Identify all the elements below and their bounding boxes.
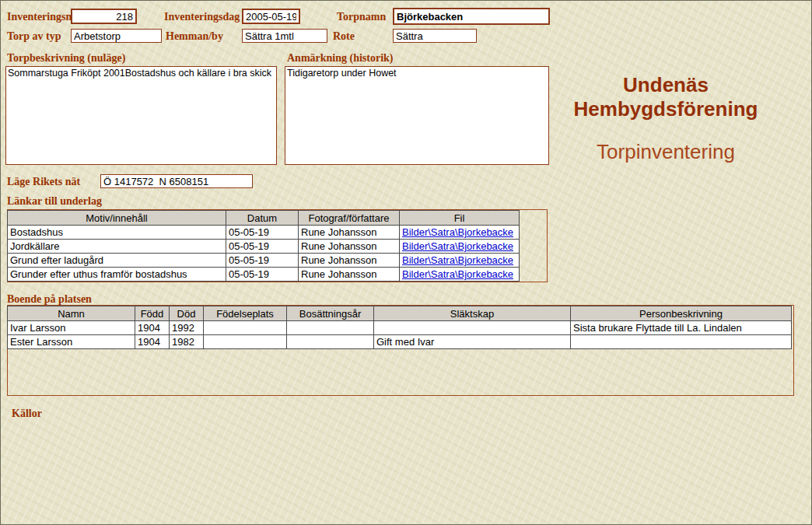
lage-rikets-nat-label: Läge Rikets nät [7,176,80,188]
column-header-motiv: Motiv/innehåll [8,211,226,226]
motiv-cell: Bostadshus [8,226,226,240]
rote-label: Rote [333,30,355,43]
column-header-dod: Död [170,306,204,321]
hemman-by-label: Hemman/by [166,30,223,43]
motiv-cell: Jordkällare [8,240,226,254]
fodd-cell: 1904 [135,321,170,335]
fil-link[interactable]: Bilder\Satra\Bjorkebacke [402,240,513,252]
rote-input[interactable] [393,29,477,43]
bosattningsar-cell [287,321,374,335]
personbeskrivning-cell [571,335,792,349]
fil-link[interactable]: Bilder\Satra\Bjorkebacke [402,268,513,280]
column-header-datum: Datum [226,211,299,226]
namn-cell: Ester Larsson [8,335,135,349]
torpbeskrivning-label: Torpbeskrivning (nuläge) [7,52,125,65]
residents-table-header-row: Namn Född Död Födelseplats Bosättningsår… [8,306,792,321]
title-block: Undenäs Hembygdsförening Torpinventering [545,73,786,164]
table-row: Ivar Larsson 1904 1992 Sista brukare Fly… [8,321,792,335]
dod-cell: 1982 [170,335,204,349]
torp-av-typ-label: Torp av typ [7,30,61,43]
table-row: Grund efter ladugård 05-05-19 Rune Johan… [8,254,520,268]
column-header-fotograf: Fotograf/författare [299,211,400,226]
links-table-header-row: Motiv/innehåll Datum Fotograf/författare… [8,211,520,226]
inventeringsnr-label: Inventeringsnr [7,11,76,23]
inventeringsdag-input[interactable] [242,9,300,24]
kallor-label: Källor [12,408,42,420]
fotograf-cell: Rune Johansson [299,268,400,282]
namn-cell: Ivar Larsson [8,321,135,335]
column-header-personbeskrivning: Personbeskrivning [571,306,792,321]
boende-pa-platsen-label: Boende på platsen [7,293,92,306]
datum-cell: 05-05-19 [226,226,299,240]
table-row: Jordkällare 05-05-19 Rune Johansson Bild… [8,240,520,254]
fotograf-cell: Rune Johansson [299,254,400,268]
column-header-fodelseplats: Födelseplats [204,306,287,321]
personbeskrivning-cell: Sista brukare Flyttade till La. Lindalen [571,321,792,335]
fodd-cell: 1904 [135,335,170,349]
column-header-fil: Fil [400,211,520,226]
links-table: Motiv/innehåll Datum Fotograf/författare… [7,210,520,282]
anmarkning-textarea[interactable]: Tidigaretorp under Howet [285,66,549,165]
fodelseplats-cell [204,335,287,349]
motiv-cell: Grunder efter uthus framför bostadshus [8,268,226,282]
table-row: Bostadshus 05-05-19 Rune Johansson Bilde… [8,226,520,240]
anmarkning-label: Anmärkning (historik) [287,52,394,65]
fil-link[interactable]: Bilder\Satra\Bjorkebacke [402,254,513,266]
torpnamn-input[interactable] [393,8,550,25]
datum-cell: 05-05-19 [226,268,299,282]
inventeringsnr-input[interactable] [71,9,137,24]
inventeringsdag-label: Inventeringsdag [164,11,240,23]
table-row: Ester Larsson 1904 1982 Gift med Ivar [8,335,792,349]
datum-cell: 05-05-19 [226,240,299,254]
torpinventering-form: Inventeringsnr Inventeringsdag Torpnamn … [0,0,812,525]
hemman-by-input[interactable] [242,29,327,43]
torpbeskrivning-textarea[interactable]: Sommarstuga Friköpt 2001Bostadshus och k… [5,66,277,165]
fil-link[interactable]: Bilder\Satra\Bjorkebacke [402,226,513,238]
bosattningsar-cell [287,335,374,349]
torpnamn-label: Torpnamn [337,11,386,23]
motiv-cell: Grund efter ladugård [8,254,226,268]
torp-av-typ-input[interactable] [71,29,162,43]
datum-cell: 05-05-19 [226,254,299,268]
app-title: Torpinventering [545,140,786,164]
fodelseplats-cell [204,321,287,335]
slaktskap-cell: Gift med Ivar [374,335,571,349]
column-header-bosattningsar: Bosättningsår [287,306,374,321]
org-title: Undenäs Hembygdsförening [545,73,786,121]
column-header-slaktskap: Släktskap [374,306,571,321]
column-header-namn: Namn [8,306,135,321]
fotograf-cell: Rune Johansson [299,226,400,240]
column-header-fodd: Född [135,306,170,321]
lankar-till-underlag-label: Länkar till underlag [7,195,102,208]
dod-cell: 1992 [170,321,204,335]
lage-rikets-nat-input[interactable] [100,174,253,188]
table-row: Grunder efter uthus framför bostadshus 0… [8,268,520,282]
fotograf-cell: Rune Johansson [299,240,400,254]
slaktskap-cell [374,321,571,335]
residents-table: Namn Född Död Födelseplats Bosättningsår… [7,306,792,349]
